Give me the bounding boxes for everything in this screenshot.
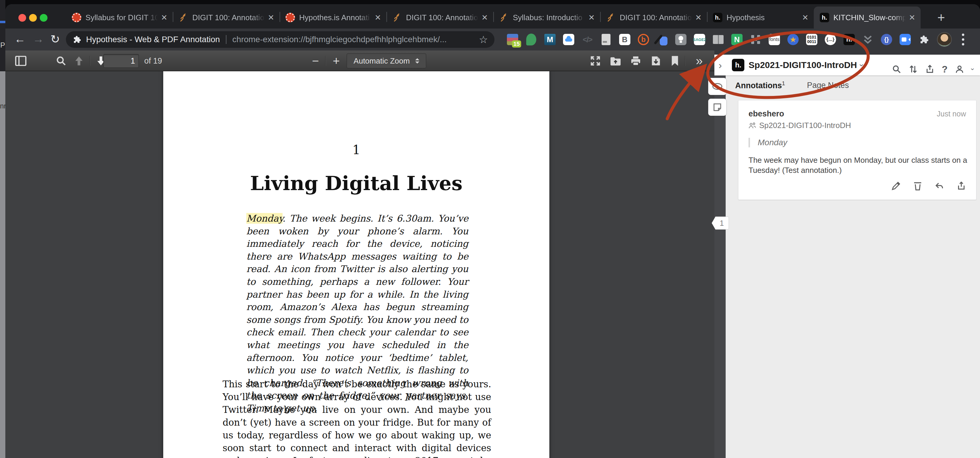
- bookmark-star-icon[interactable]: ☆: [479, 34, 488, 45]
- profile-avatar[interactable]: [937, 32, 952, 47]
- annotation-timestamp[interactable]: Just now: [937, 110, 966, 118]
- edit-annotation-icon[interactable]: [891, 181, 901, 191]
- close-tab-icon[interactable]: ✕: [161, 14, 167, 21]
- pdf-toolbar: of 19 − + Automatic Zoom »: [5, 51, 714, 71]
- reload-button[interactable]: ↻: [51, 33, 60, 46]
- icloud-extension-icon[interactable]: [563, 34, 574, 45]
- basecamp-extension-icon[interactable]: b: [638, 34, 649, 45]
- leaf-extension-icon[interactable]: [526, 34, 537, 45]
- binary-extension-icon[interactable]: 01010011: [806, 34, 817, 45]
- chapter-number: 1: [163, 142, 549, 157]
- desktop-text-fragment-side: nr: [0, 102, 6, 110]
- download-icon[interactable]: [647, 51, 665, 71]
- book-extension-icon[interactable]: [713, 34, 724, 45]
- hypothesis-extension-icon[interactable]: h.: [843, 34, 855, 45]
- zoom-level-select[interactable]: Automatic Zoom: [347, 53, 426, 68]
- b-extension-icon[interactable]: B: [619, 34, 630, 45]
- tab-syllabus-digit100[interactable]: Syllabus for DIGIT 10 ✕: [66, 6, 173, 29]
- annotation-author[interactable]: ebeshero: [748, 109, 784, 118]
- close-tab-icon[interactable]: ✕: [802, 14, 808, 21]
- sidebar-header: › h. Sp2021-DIGIT100-IntroDH › ? ›: [714, 55, 980, 75]
- code-brackets-extension-icon[interactable]: </>: [582, 34, 593, 45]
- sidebar-toggle-icon[interactable]: [12, 51, 30, 71]
- fullscreen-window-button[interactable]: [40, 14, 48, 22]
- lightbulb-extension-icon[interactable]: [675, 34, 686, 45]
- browser-menu-icon[interactable]: [962, 34, 964, 45]
- annotation-group-row[interactable]: Sp2021-DIGIT100-IntroDH: [748, 121, 966, 130]
- forward-button[interactable]: →: [33, 33, 44, 45]
- close-tab-icon[interactable]: ✕: [909, 14, 915, 21]
- omnibox-separator: [226, 35, 226, 44]
- tab-digit100-annotation-1[interactable]: DIGIT 100: Annotatio ✕: [173, 6, 280, 29]
- eye-icon: [712, 83, 722, 90]
- find-in-document-icon[interactable]: [52, 51, 70, 71]
- pdf-viewer[interactable]: 1 Living Digital Lives Monday. The week …: [5, 71, 714, 458]
- dots-extension-icon[interactable]: [750, 34, 761, 45]
- reply-annotation-icon[interactable]: [935, 181, 944, 191]
- close-tab-icon[interactable]: ✕: [588, 14, 595, 21]
- tab-kitchin-slow-comp-active[interactable]: h. KITCHIN_Slow-comp ✕: [814, 6, 921, 29]
- tab-digit100-annotation-2[interactable]: DIGIT 100: Annotatio ✕: [387, 6, 493, 29]
- tab-digit100-annotation-3[interactable]: DIGIT 100: Annotatio ✕: [600, 6, 707, 29]
- extensions-menu-icon[interactable]: [918, 34, 929, 45]
- star-badge-extension-icon[interactable]: ★: [788, 34, 799, 45]
- presentation-mode-icon[interactable]: [587, 51, 604, 71]
- tab-separator: [280, 12, 280, 22]
- sage2-extension-icon[interactable]: SAGE2: [694, 34, 705, 45]
- sidebar-top-strip: [714, 51, 980, 55]
- more-tools-icon[interactable]: »: [690, 51, 709, 71]
- minimize-window-button[interactable]: [29, 14, 37, 22]
- share-icon[interactable]: [925, 64, 935, 74]
- omnibox[interactable]: Hypothesis - Web & PDF Annotation chrome…: [66, 31, 495, 48]
- tab-annotations[interactable]: Annotations1: [735, 80, 785, 90]
- delete-annotation-icon[interactable]: [913, 181, 922, 191]
- zoom-out-icon[interactable]: −: [308, 51, 323, 71]
- account-icon[interactable]: [955, 64, 964, 74]
- new-page-note-button[interactable]: [708, 99, 727, 116]
- braces-extension-icon[interactable]: {}: [881, 34, 892, 45]
- gecko-favicon: [392, 13, 402, 22]
- back-button[interactable]: ←: [14, 33, 25, 45]
- help-icon[interactable]: ?: [942, 64, 948, 75]
- fonts-extension-icon[interactable]: fonts: [769, 34, 780, 45]
- annotation-card[interactable]: ebeshero Just now Sp2021-DIGIT100-IntroD…: [738, 100, 977, 200]
- tab-separator: [707, 12, 708, 22]
- page-number-input[interactable]: [103, 54, 139, 68]
- chapter-title: Living Digital Lives: [163, 172, 549, 195]
- sort-annotations-icon[interactable]: [908, 64, 918, 74]
- close-tab-icon[interactable]: ✕: [375, 14, 381, 21]
- zoom-in-icon[interactable]: +: [329, 51, 344, 71]
- group-selector[interactable]: Sp2021-DIGIT100-IntroDH: [748, 60, 857, 70]
- share-annotation-icon[interactable]: [956, 181, 966, 191]
- tab-syllabus-introduction[interactable]: Syllabus: Introductio ✕: [493, 6, 600, 29]
- open-file-icon[interactable]: [607, 51, 624, 71]
- close-tab-icon[interactable]: ✕: [268, 14, 274, 21]
- tab-page-notes[interactable]: Page Notes: [807, 81, 849, 90]
- document-extension-icon[interactable]: [600, 34, 612, 45]
- previous-page-icon[interactable]: [71, 51, 87, 71]
- chevron-down-icon[interactable]: ›: [969, 68, 976, 70]
- url-text[interactable]: chrome-extension://bjfhmglciegochdpefhhl…: [232, 35, 474, 44]
- zoom-camera-extension-icon[interactable]: [900, 34, 911, 45]
- new-tab-button[interactable]: +: [933, 10, 949, 26]
- print-icon[interactable]: [627, 51, 644, 71]
- highlighted-text[interactable]: Monday: [247, 213, 283, 223]
- n-extension-icon[interactable]: N: [731, 34, 743, 45]
- tab-hypothesis-annotation[interactable]: Hypothes.is Annotati ✕: [280, 6, 387, 29]
- toolbar-separator: [685, 56, 686, 66]
- close-window-button[interactable]: [18, 14, 26, 22]
- ellipsis-extension-icon[interactable]: {...}: [825, 34, 836, 45]
- close-tab-icon[interactable]: ✕: [481, 14, 488, 21]
- tab-manager-extension-icon[interactable]: 15: [507, 34, 518, 45]
- bookmark-icon[interactable]: [667, 51, 683, 71]
- chevron-down-icon[interactable]: ›: [857, 64, 866, 67]
- search-icon[interactable]: [892, 64, 901, 74]
- show-highlights-button[interactable]: [708, 78, 727, 95]
- color-picker-extension-icon[interactable]: [657, 34, 668, 45]
- close-tab-icon[interactable]: ✕: [695, 14, 702, 21]
- m-extension-icon[interactable]: M: [544, 34, 555, 45]
- annotation-group-name: Sp2021-DIGIT100-IntroDH: [759, 121, 851, 130]
- double-chevron-extension-icon[interactable]: [862, 34, 873, 45]
- collapse-sidebar-icon[interactable]: ›: [719, 59, 722, 71]
- tab-hypothesis-home[interactable]: h. Hypothesis ✕: [707, 6, 814, 29]
